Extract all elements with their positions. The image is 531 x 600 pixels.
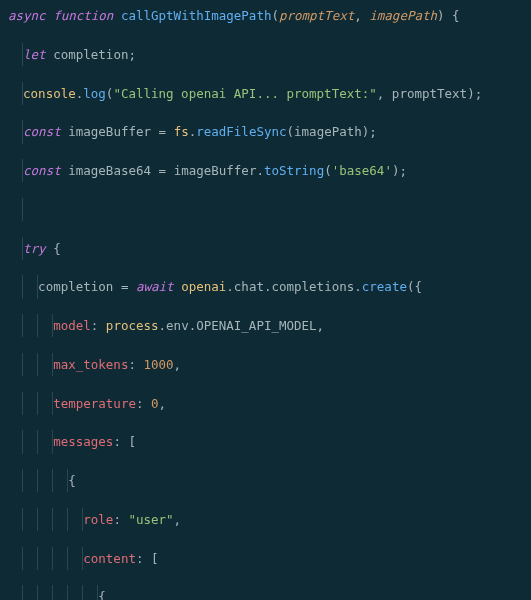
function-name: callGptWithImagePath [121,8,272,23]
num-0: 0 [151,396,159,411]
key-messages: messages [53,434,113,449]
prop-model: OPENAI_API_MODEL [196,318,316,333]
obj-openai: openai [181,279,226,294]
prop-completions: completions [271,279,354,294]
param-imagePath: imagePath [369,8,437,23]
arg-promptText: promptText [392,86,467,101]
fn-create: create [362,279,407,294]
fn-readFileSync: readFileSync [196,124,286,139]
prop-env: env [166,318,189,333]
key-max-tokens: max_tokens [53,357,128,372]
code-block: async function callGptWithImagePath(prom… [0,0,531,600]
keyword-try: try [23,241,46,256]
var-completion: completion [53,47,128,62]
obj-process: process [106,318,159,333]
str-user: "user" [128,512,173,527]
var-imageBuffer: imageBuffer [68,124,151,139]
keyword-async: async [8,8,46,23]
num-1000: 1000 [143,357,173,372]
key-role: role [83,512,113,527]
obj-fs: fs [174,124,189,139]
string-base64: 'base64' [332,163,392,178]
keyword-let: let [23,47,46,62]
prop-chat: chat [234,279,264,294]
obj-console: console [23,86,76,101]
key-content: content [83,551,136,566]
fn-log: log [83,86,106,101]
obj-imageBuffer: imageBuffer [174,163,257,178]
arg-imagePath: imagePath [294,124,362,139]
var-imageBase64: imageBase64 [68,163,151,178]
key-model: model [53,318,91,333]
key-temperature: temperature [53,396,136,411]
keyword-const: const [23,163,61,178]
keyword-const: const [23,124,61,139]
param-promptText: promptText [279,8,354,23]
keyword-function: function [53,8,113,23]
fn-toString: toString [264,163,324,178]
string-literal: "Calling openai API... promptText:" [113,86,376,101]
keyword-await: await [136,279,174,294]
lhs-completion: completion [38,279,113,294]
